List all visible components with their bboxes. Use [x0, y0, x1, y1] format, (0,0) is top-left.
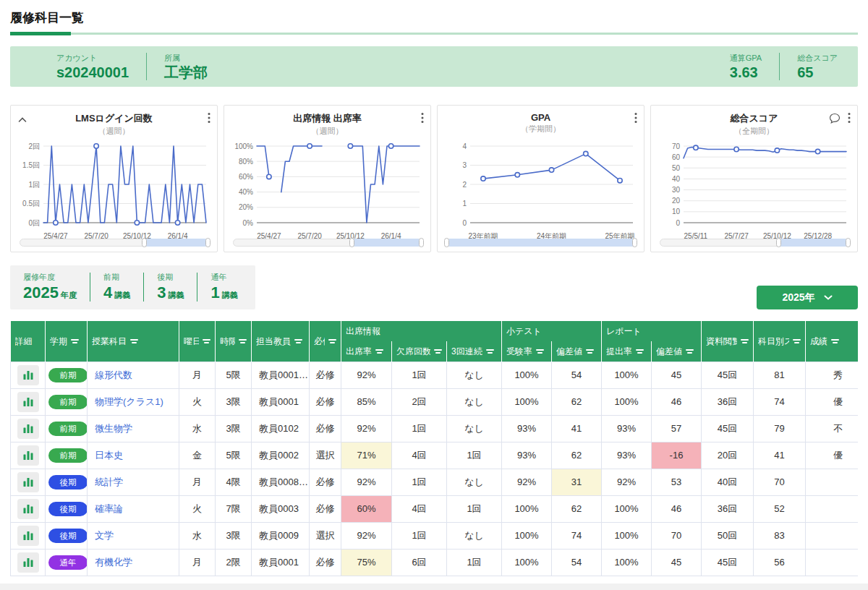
filter-icon[interactable]	[831, 338, 839, 345]
cell-views: 45回	[702, 415, 754, 442]
more-options-icon[interactable]	[208, 112, 210, 124]
detail-chart-button[interactable]	[17, 499, 39, 519]
column-header: 時限	[216, 321, 252, 362]
filter-icon[interactable]	[586, 349, 594, 355]
chart-zoom-handle-left[interactable]	[142, 238, 147, 247]
cell-detail	[11, 549, 46, 576]
filter-icon[interactable]	[71, 338, 79, 345]
filter-icon[interactable]	[328, 338, 336, 345]
more-options-icon[interactable]	[421, 112, 424, 124]
svg-text:0%: 0%	[243, 219, 254, 227]
detail-chart-button[interactable]	[17, 365, 39, 385]
detail-chart-button[interactable]	[17, 419, 39, 439]
chart-zoom-handle-right[interactable]	[419, 238, 424, 247]
horizontal-scrollbar[interactable]	[0, 583, 868, 590]
course-link[interactable]: 物理学(クラス1)	[95, 396, 163, 407]
filter-icon[interactable]	[203, 338, 210, 345]
cell-period: 5限	[216, 362, 252, 388]
chart-zoom-handle-right[interactable]	[632, 238, 637, 247]
comment-icon[interactable]	[829, 113, 841, 124]
year-selector-button[interactable]: 2025年	[757, 286, 858, 309]
column-header: 担当教員	[252, 321, 310, 362]
cell-score: 41	[754, 442, 806, 469]
column-header: 偏差値	[552, 341, 602, 362]
detail-chart-button[interactable]	[17, 552, 39, 573]
line-chart: 01020304050607025/5/1125/7/2725/10/1225/…	[651, 139, 857, 243]
cell-quiz_rate: 100%	[502, 495, 552, 522]
cell-detail	[11, 469, 46, 495]
chart-zoom-handle-left[interactable]	[776, 238, 781, 247]
account-value: s20240001	[56, 65, 129, 80]
chart-zoom-handle-right[interactable]	[846, 238, 851, 247]
filter-icon[interactable]	[130, 338, 138, 345]
cell-rep_dev: 53	[652, 469, 702, 495]
chart-zoom-handle-left[interactable]	[444, 238, 449, 247]
course-link[interactable]: 微生物学	[95, 423, 132, 434]
filter-icon[interactable]	[294, 338, 302, 345]
cell-score: 74	[754, 388, 806, 415]
chart-zoom-selection[interactable]	[778, 239, 848, 247]
course-link[interactable]: 確率論	[95, 503, 123, 514]
cell-quiz_dev: 41	[552, 415, 602, 442]
cell-day: 水	[179, 415, 216, 442]
column-group-header: 出席情報	[341, 321, 502, 341]
account-field: アカウント s20240001	[56, 53, 129, 80]
course-link[interactable]: 文学	[95, 530, 114, 541]
cell-att_rate: 75%	[341, 549, 392, 576]
cell-absent: 2回	[392, 388, 447, 415]
column-header: 成績	[806, 321, 858, 362]
column-header: 曜日	[179, 321, 216, 362]
cell-consec: 1回	[447, 549, 502, 576]
filter-icon[interactable]	[636, 349, 644, 355]
filter-icon[interactable]	[793, 338, 801, 345]
collapse-chevron-up-icon[interactable]	[18, 113, 27, 126]
cell-term: 前期	[46, 388, 88, 415]
course-link[interactable]: 統計学	[95, 476, 123, 487]
filter-icon[interactable]	[239, 338, 247, 345]
table-row: 前期日本史金5限教員0002選択71%4回1回93%6293%-1620回41優	[11, 442, 859, 469]
chart-zoom-selection[interactable]	[446, 239, 635, 247]
cell-quiz_dev: 62	[552, 442, 602, 469]
cell-rep_rate: 92%	[602, 469, 652, 495]
filter-icon[interactable]	[741, 338, 749, 345]
chart-zoom-handle-left[interactable]	[349, 238, 354, 247]
cell-teacher: 教員0009	[252, 522, 310, 549]
gpa-label: 通算GPA	[730, 53, 762, 64]
chart-title: LMSログイン回数	[11, 112, 217, 125]
cell-views: 36回	[702, 388, 754, 415]
bar-chart-icon	[23, 557, 33, 567]
cell-detail	[11, 415, 46, 442]
more-options-icon[interactable]	[634, 112, 637, 124]
svg-text:3: 3	[462, 161, 467, 169]
chart-zoom-selection[interactable]	[352, 239, 422, 247]
cell-consec: 1回	[447, 442, 502, 469]
filter-icon[interactable]	[536, 349, 544, 355]
cell-day: 金	[179, 442, 216, 469]
cell-required: 必修	[310, 495, 341, 522]
detail-chart-button[interactable]	[17, 526, 39, 546]
detail-chart-button[interactable]	[17, 472, 39, 492]
course-link[interactable]: 線形代数	[95, 369, 132, 380]
divider	[779, 53, 780, 80]
svg-text:20%: 20%	[239, 203, 253, 211]
cell-required: 必修	[310, 415, 341, 442]
filter-icon[interactable]	[434, 349, 442, 355]
detail-chart-button[interactable]	[17, 445, 39, 466]
stat-year: 履修年度 2025年度	[23, 272, 77, 302]
filter-icon[interactable]	[375, 349, 383, 355]
filter-icon[interactable]	[486, 349, 494, 355]
bar-chart-icon	[23, 450, 33, 460]
chart-zoom-handle-right[interactable]	[205, 238, 210, 247]
more-options-icon[interactable]	[848, 112, 851, 124]
term-badge: 後期	[48, 529, 88, 543]
svg-text:80%: 80%	[239, 158, 253, 166]
cell-day: 月	[179, 362, 216, 388]
cell-day: 水	[179, 522, 216, 549]
cell-teacher: 教員0001	[252, 388, 310, 415]
course-link[interactable]: 有機化学	[95, 557, 132, 568]
bar-chart-icon	[23, 504, 33, 513]
course-link[interactable]: 日本史	[95, 450, 123, 461]
filter-icon[interactable]	[686, 349, 694, 355]
detail-chart-button[interactable]	[17, 392, 39, 412]
chart-zoom-selection[interactable]	[144, 239, 208, 247]
